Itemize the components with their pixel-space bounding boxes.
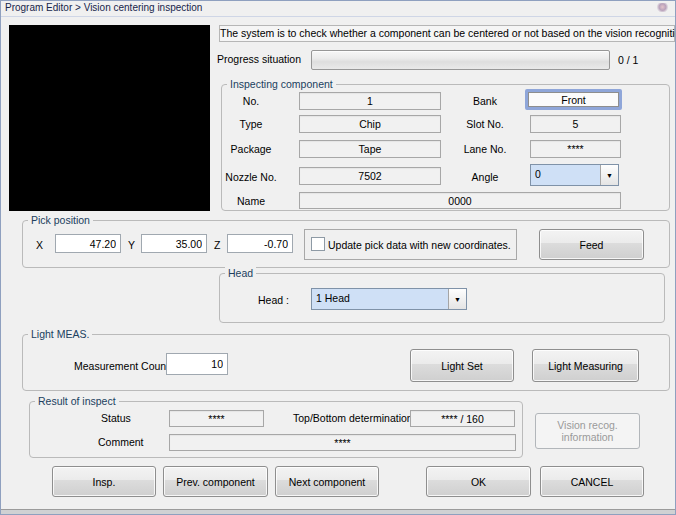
- pick-position-title: Pick position: [28, 214, 93, 226]
- name-field: 0000: [299, 192, 621, 209]
- chevron-down-icon[interactable]: ▼: [448, 289, 466, 309]
- type-field: Chip: [299, 115, 441, 133]
- top-bottom-field: **** / 160: [410, 410, 515, 427]
- x-label: X: [36, 239, 43, 251]
- insp-button[interactable]: Insp.: [52, 466, 156, 497]
- chevron-down-icon[interactable]: ▼: [600, 165, 618, 185]
- update-pick-label: Update pick data with new coordinates.: [328, 239, 511, 251]
- angle-label: Angle: [447, 171, 523, 183]
- dialog-window: Program Editor > Vision centering inspec…: [0, 0, 676, 515]
- progress-label: Progress situation: [217, 53, 301, 65]
- slot-no-field: 5: [530, 115, 621, 133]
- nozzle-no-label: Nozzle No.: [213, 171, 289, 183]
- measurement-count-input[interactable]: [166, 353, 228, 375]
- top-bottom-label: Top/Bottom determination: [293, 412, 413, 424]
- result-of-inspect-title: Result of inspect: [35, 395, 119, 407]
- window-bottom-edge: [1, 509, 676, 515]
- z-label: Z: [214, 239, 220, 251]
- y-input[interactable]: [141, 234, 207, 253]
- light-measuring-button[interactable]: Light Measuring: [532, 349, 639, 382]
- light-set-button[interactable]: Light Set: [410, 349, 514, 382]
- no-label: No.: [213, 95, 289, 107]
- head-label: Head :: [258, 294, 289, 306]
- bank-field[interactable]: Front: [525, 89, 622, 110]
- progress-bar: [311, 50, 610, 70]
- bank-label: Bank: [447, 95, 523, 107]
- description-text: The system is to check whether a compone…: [219, 25, 675, 42]
- head-value: 1 Head: [312, 289, 448, 309]
- y-label: Y: [128, 239, 135, 251]
- window-title: Program Editor > Vision centering inspec…: [5, 2, 202, 13]
- head-group-title: Head: [225, 267, 256, 279]
- close-icon[interactable]: [657, 3, 668, 12]
- prev-component-button[interactable]: Prev. component: [163, 466, 268, 497]
- lane-no-label: Lane No.: [447, 143, 523, 155]
- name-label: Name: [213, 195, 289, 207]
- no-field: 1: [299, 92, 441, 110]
- light-meas-title: Light MEAS.: [28, 328, 92, 340]
- package-label: Package: [213, 143, 289, 155]
- feed-button[interactable]: Feed: [539, 229, 644, 260]
- z-input[interactable]: [227, 234, 293, 253]
- cancel-button[interactable]: CANCEL: [540, 466, 644, 497]
- angle-dropdown[interactable]: 0 ▼: [530, 164, 619, 186]
- bank-value: Front: [528, 92, 619, 107]
- nozzle-no-field: 7502: [299, 167, 441, 185]
- type-label: Type: [213, 118, 289, 130]
- title-bar[interactable]: Program Editor > Vision centering inspec…: [1, 1, 675, 17]
- next-component-button[interactable]: Next component: [275, 466, 379, 497]
- ok-button[interactable]: OK: [426, 466, 531, 497]
- package-field: Tape: [299, 140, 441, 158]
- head-dropdown[interactable]: 1 Head ▼: [311, 288, 467, 310]
- status-field: ****: [169, 410, 264, 427]
- lane-no-field: ****: [530, 140, 621, 158]
- angle-value: 0: [531, 165, 600, 185]
- comment-label: Comment: [98, 436, 144, 448]
- progress-count: 0 / 1: [618, 54, 638, 66]
- x-input[interactable]: [55, 234, 121, 253]
- inspecting-component-title: Inspecting component: [227, 78, 336, 90]
- slot-no-label: Slot No.: [447, 118, 523, 130]
- camera-view: [9, 25, 210, 211]
- status-label: Status: [101, 412, 131, 424]
- measurement-count-label: Measurement Count: [74, 360, 169, 372]
- update-pick-checkbox[interactable]: [311, 237, 325, 251]
- comment-field: ****: [169, 434, 516, 451]
- vision-recog-information-button[interactable]: Vision recog. information: [535, 413, 640, 449]
